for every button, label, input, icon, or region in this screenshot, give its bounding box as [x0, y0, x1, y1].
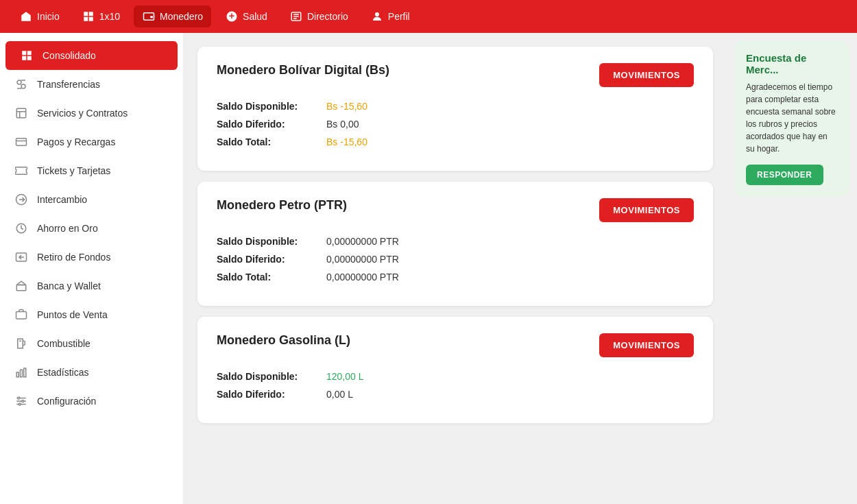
sidebar-item-pagos-recargas[interactable]: Pagos y Recargas [0, 128, 183, 156]
svg-rect-14 [27, 56, 32, 60]
svg-rect-3 [88, 17, 93, 21]
sidebar-label-consolidado: Consolidado [43, 50, 96, 61]
sidebar-item-tickets-tarjetas[interactable]: Tickets y Tarjetas [0, 156, 183, 185]
sidebar-label-transferencias: Transferencias [37, 79, 100, 90]
sidebar-label-retiro-fondos: Retiro de Fondos [37, 252, 110, 263]
sidebar-item-combustible[interactable]: Combustible [0, 329, 183, 358]
card-petro-title: Monedero Petro (PTR) [217, 198, 347, 213]
balance-total-label-petro: Saldo Total: [217, 272, 326, 283]
main-layout: Consolidado Transferencias Servicios y C… [0, 33, 857, 504]
sidebar-item-ahorro-oro[interactable]: Ahorro en Oro [0, 214, 183, 243]
balance-diferido-value-petro: 0,00000000 PTR [326, 254, 399, 265]
svg-rect-11 [22, 51, 26, 55]
sidebar-label-ahorro-oro: Ahorro en Oro [37, 223, 98, 234]
right-panel: Encuesta de Merc... Agradecemos el tiemp… [727, 33, 857, 504]
svg-rect-1 [88, 12, 93, 16]
svg-rect-31 [16, 372, 19, 377]
svg-rect-2 [84, 17, 88, 21]
svg-rect-13 [22, 56, 26, 60]
banca-icon [14, 278, 29, 293]
servicios-icon [14, 106, 29, 121]
balance-disponible-value-petro: 0,00000000 PTR [326, 236, 399, 247]
svg-point-39 [19, 403, 21, 405]
svg-point-10 [375, 12, 379, 16]
btn-responder[interactable]: RESPONDER [746, 165, 823, 185]
balance-disponible-gasolina: Saldo Disponible: 120,00 L [217, 371, 694, 382]
card-gasolina-title: Monedero Gasolina (L) [217, 333, 350, 348]
balance-diferido-label-petro: Saldo Diferido: [217, 254, 326, 265]
nav-salud[interactable]: Salud [217, 5, 276, 27]
balance-disponible-value-bolivar: Bs -15,60 [326, 101, 367, 112]
sidebar-item-servicios-contratos[interactable]: Servicios y Contratos [0, 99, 183, 128]
intercambio-icon [14, 192, 29, 207]
svg-point-38 [22, 400, 24, 403]
sidebar-label-estadisticas: Estadísticas [37, 367, 88, 378]
svg-rect-33 [24, 368, 26, 377]
sidebar-label-banca-wallet: Banca y Wallet [37, 280, 101, 291]
nav-monedero-label: Monedero [160, 11, 203, 22]
sidebar-item-retiro-fondos[interactable]: Retiro de Fondos [0, 243, 183, 272]
balance-diferido-label-gasolina: Saldo Diferido: [217, 389, 326, 400]
nav-perfil[interactable]: Perfil [362, 5, 418, 27]
pagos-icon [14, 134, 29, 149]
nav-1x10[interactable]: 1x10 [73, 5, 128, 27]
sidebar-label-configuracion: Configuración [37, 396, 96, 407]
card-bolivar-title: Monedero Bolívar Digital (Bs) [217, 63, 389, 77]
perfil-icon [370, 10, 384, 23]
balance-total-petro: Saldo Total: 0,00000000 PTR [217, 272, 694, 283]
sidebar: Consolidado Transferencias Servicios y C… [0, 33, 184, 504]
survey-title: Encuesta de Merc... [746, 52, 838, 75]
sidebar-label-combustible: Combustible [37, 338, 90, 349]
btn-movimientos-petro[interactable]: MOVIMIENTOS [599, 198, 694, 222]
sidebar-item-consolidado[interactable]: Consolidado [5, 41, 178, 70]
nav-directorio-label: Directorio [307, 11, 348, 22]
nav-directorio[interactable]: Directorio [281, 5, 357, 27]
configuracion-icon [14, 394, 29, 409]
survey-card: Encuesta de Merc... Agradecemos el tiemp… [735, 41, 849, 196]
combustible-icon [14, 336, 29, 351]
nav-salud-label: Salud [243, 11, 267, 22]
nav-monedero[interactable]: Monedero [134, 5, 211, 27]
card-gasolina-header: Monedero Gasolina (L) MOVIMIENTOS [217, 333, 694, 357]
balance-total-label-bolivar: Saldo Total: [217, 136, 326, 147]
balance-diferido-bolivar: Saldo Diferido: Bs 0,00 [217, 119, 694, 130]
svg-rect-12 [27, 51, 32, 55]
svg-point-16 [21, 84, 25, 88]
sidebar-item-configuracion[interactable]: Configuración [0, 387, 183, 416]
card-gasolina: Monedero Gasolina (L) MOVIMIENTOS Saldo … [197, 317, 713, 423]
svg-rect-32 [21, 370, 23, 377]
nav-inicio[interactable]: Inicio [11, 5, 68, 27]
directorio-icon [289, 10, 303, 23]
sidebar-item-puntos-venta[interactable]: Puntos de Venta [0, 300, 183, 329]
balance-disponible-label-petro: Saldo Disponible: [217, 236, 326, 247]
balance-diferido-gasolina: Saldo Diferido: 0,00 L [217, 389, 694, 400]
sidebar-label-tickets-tarjetas: Tickets y Tarjetas [37, 165, 110, 176]
retiro-icon [14, 250, 29, 265]
nav-perfil-label: Perfil [388, 11, 410, 22]
salud-icon [225, 10, 239, 23]
btn-movimientos-gasolina[interactable]: MOVIMIENTOS [599, 333, 694, 357]
inicio-icon [19, 10, 33, 23]
balance-disponible-label-gasolina: Saldo Disponible: [217, 371, 326, 382]
sidebar-item-intercambio[interactable]: Intercambio [0, 185, 183, 214]
sidebar-item-estadisticas[interactable]: Estadísticas [0, 358, 183, 387]
sidebar-label-puntos-venta: Puntos de Venta [37, 309, 108, 320]
svg-rect-22 [16, 139, 27, 146]
svg-rect-27 [16, 285, 26, 291]
card-petro: Monedero Petro (PTR) MOVIMIENTOS Saldo D… [197, 182, 713, 306]
btn-movimientos-bolivar[interactable]: MOVIMIENTOS [599, 63, 694, 87]
sidebar-label-servicios-contratos: Servicios y Contratos [37, 108, 128, 119]
balance-total-value-bolivar: Bs -15,60 [326, 136, 367, 147]
svg-rect-5 [150, 16, 153, 18]
sidebar-item-transferencias[interactable]: Transferencias [0, 70, 183, 99]
card-petro-header: Monedero Petro (PTR) MOVIMIENTOS [217, 198, 694, 222]
balance-diferido-value-gasolina: 0,00 L [326, 389, 353, 400]
ahorro-icon [14, 221, 29, 236]
balance-diferido-label-bolivar: Saldo Diferido: [217, 119, 326, 130]
sidebar-item-banca-wallet[interactable]: Banca y Wallet [0, 272, 183, 300]
balance-total-value-petro: 0,00000000 PTR [326, 272, 399, 283]
puntos-icon [14, 307, 29, 322]
monedero-icon [142, 10, 156, 23]
balance-disponible-value-gasolina: 120,00 L [326, 371, 364, 382]
top-navigation: Inicio 1x10 Monedero Salud Directorio Pe… [0, 0, 857, 33]
